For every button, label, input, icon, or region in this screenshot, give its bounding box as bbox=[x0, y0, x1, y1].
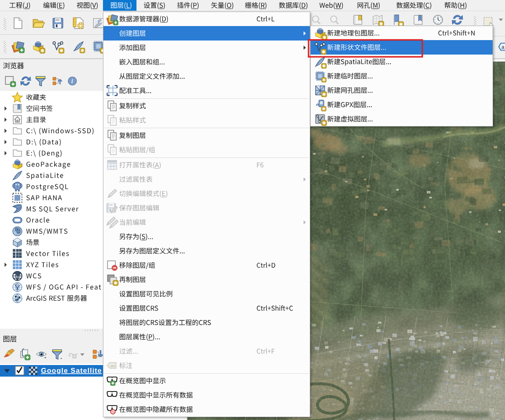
svg-text:Google Satellite: Google Satellite bbox=[41, 366, 102, 375]
